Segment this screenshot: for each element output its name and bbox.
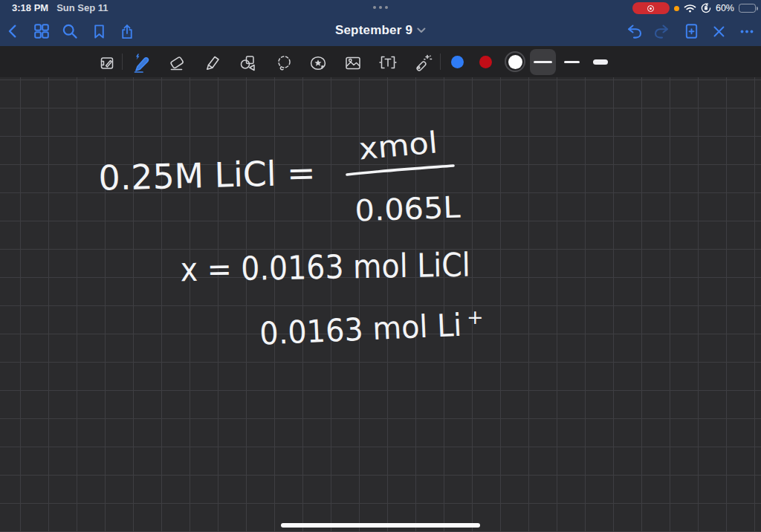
medium-line-icon — [564, 61, 580, 64]
redo-button[interactable] — [652, 22, 672, 41]
screen-recording-indicator[interactable] — [632, 2, 670, 14]
status-date: Sun Sep 11 — [56, 2, 108, 13]
microphone-indicator-icon — [674, 6, 679, 11]
search-button[interactable] — [60, 22, 80, 41]
tool-image[interactable] — [342, 52, 364, 74]
status-bar-right: 60% — [632, 2, 756, 14]
page-pen-icon — [98, 54, 116, 72]
handwriting-layer: 0.25M LiCl = xmol 0.065L x = 0.0163 mol … — [0, 77, 761, 532]
header-bar: 3:18 PM Sun Sep 11 — [0, 0, 761, 46]
text-icon — [378, 53, 398, 73]
lasso-icon — [274, 53, 294, 73]
battery-percent: 60% — [716, 3, 734, 13]
tool-text[interactable] — [377, 52, 399, 74]
tool-fountain-pen-selected[interactable] — [130, 52, 152, 74]
note-canvas[interactable]: 0.25M LiCl = xmol 0.065L x = 0.0163 mol … — [0, 77, 761, 532]
handwriting-fraction-denominator: 0.065L — [354, 190, 462, 228]
fountain-pen-icon — [130, 52, 152, 74]
document-title-button[interactable]: September 9 — [335, 23, 426, 38]
handwriting-line2: x = 0.0163 mol LiCl — [180, 245, 470, 288]
battery-icon — [739, 4, 756, 13]
laser-pointer-icon — [413, 53, 433, 73]
goodnotes-app-window: 3:18 PM Sun Sep 11 — [0, 0, 761, 532]
undo-button[interactable] — [624, 22, 644, 41]
stroke-width-medium[interactable] — [559, 49, 585, 75]
orientation-lock-icon — [701, 3, 711, 13]
handwriting-line1: 0.25M LiCl = — [98, 152, 316, 198]
color-swatch-white-selected[interactable] — [505, 51, 525, 72]
eraser-icon — [167, 53, 187, 73]
home-indicator[interactable] — [281, 523, 480, 528]
stroke-width-thick[interactable] — [587, 49, 613, 75]
status-bar-left: 3:18 PM Sun Sep 11 — [12, 2, 109, 13]
tools-toolbar — [0, 46, 761, 77]
more-button[interactable] — [737, 22, 757, 41]
sticker-icon — [308, 53, 328, 73]
close-button[interactable] — [709, 22, 728, 41]
tool-lasso[interactable] — [273, 52, 295, 74]
chevron-down-icon — [417, 27, 426, 33]
divider — [122, 53, 123, 70]
add-page-button[interactable] — [681, 22, 701, 41]
bookmark-button[interactable] — [89, 22, 109, 41]
clock: 3:18 PM — [12, 2, 48, 13]
color-swatch-blue[interactable] — [451, 56, 464, 68]
thin-line-icon — [534, 61, 552, 63]
page-pen-mode-button[interactable] — [96, 52, 118, 74]
highlighter-icon — [203, 53, 222, 73]
tool-eraser[interactable] — [166, 52, 188, 74]
handwriting-line3-superscript: + — [467, 305, 484, 328]
back-button[interactable] — [4, 22, 23, 41]
page-thumbnails-button[interactable] — [32, 22, 51, 41]
shapes-icon — [239, 53, 258, 73]
tool-highlighter[interactable] — [201, 52, 224, 74]
stroke-width-thin-selected[interactable] — [530, 49, 556, 75]
page-title: September 9 — [335, 23, 412, 38]
share-button[interactable] — [117, 22, 136, 41]
thick-line-icon — [593, 59, 608, 65]
record-icon — [647, 5, 654, 12]
wifi-icon — [684, 4, 696, 13]
white-color-dot — [508, 55, 522, 69]
multitasking-dots-icon[interactable] — [373, 6, 388, 9]
handwriting-fraction-bar — [347, 166, 453, 175]
handwriting-line3: 0.0163 mol Li — [259, 307, 462, 352]
color-swatch-red[interactable] — [479, 56, 492, 68]
tool-shapes[interactable] — [237, 52, 259, 74]
tool-sticker[interactable] — [307, 52, 329, 74]
image-icon — [343, 53, 363, 73]
handwriting-fraction-numerator: xmol — [357, 125, 439, 166]
divider — [440, 53, 441, 70]
tool-laser-pointer[interactable] — [412, 52, 434, 74]
